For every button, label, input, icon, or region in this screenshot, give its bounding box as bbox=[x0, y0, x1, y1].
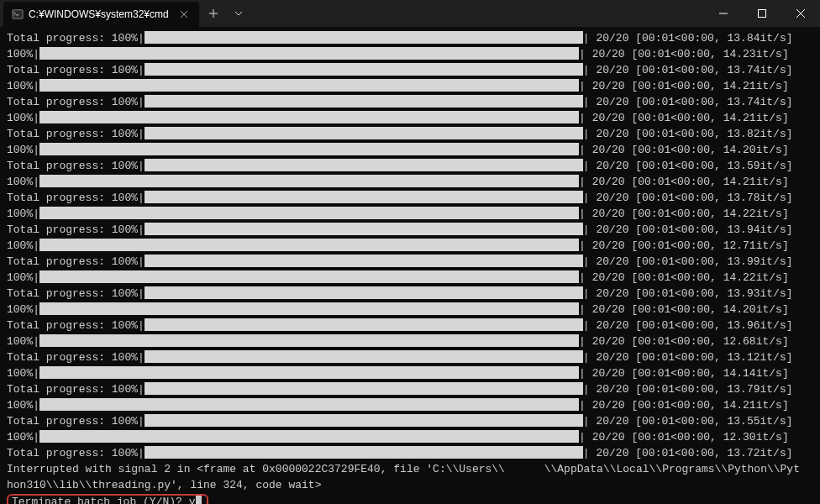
pipe-char: | bbox=[579, 429, 592, 445]
total-progress-label: Total progress: 100% bbox=[7, 190, 138, 206]
progress-row: 100%|| 20/20 [00:01<00:00, 14.21it/s] bbox=[7, 397, 813, 413]
pipe-char: | bbox=[583, 286, 597, 302]
pipe-char: | bbox=[583, 62, 597, 78]
terminate-prompt-answer[interactable]: y bbox=[189, 494, 196, 504]
progress-bar-fill bbox=[145, 31, 583, 44]
pipe-char: | bbox=[583, 349, 597, 365]
sub-progress-label: 100% bbox=[7, 174, 33, 190]
progress-stats: 20/20 [00:01<00:00, 13.55it/s] bbox=[596, 413, 792, 429]
pipe-char: | bbox=[579, 270, 592, 286]
progress-stats: 20/20 [00:01<00:00, 13.94it/s] bbox=[596, 222, 792, 238]
progress-bar-fill bbox=[145, 286, 583, 299]
pipe-char: | bbox=[33, 365, 39, 381]
total-progress-label: Total progress: 100% bbox=[7, 286, 138, 302]
progress-row: 100%|| 20/20 [00:01<00:00, 14.22it/s] bbox=[7, 270, 813, 286]
pipe-char: | bbox=[583, 30, 597, 46]
progress-stats: 20/20 [00:01<00:00, 14.14it/s] bbox=[592, 365, 789, 381]
tab-actions bbox=[201, 0, 251, 27]
progress-stats: 20/20 [00:01<00:00, 13.79it/s] bbox=[596, 381, 792, 397]
progress-stats: 20/20 [00:01<00:00, 14.21it/s] bbox=[592, 174, 789, 190]
pipe-char: | bbox=[33, 46, 39, 62]
sub-progress-label: 100% bbox=[7, 397, 33, 413]
progress-row: 100%|| 20/20 [00:01<00:00, 14.21it/s] bbox=[7, 78, 813, 94]
progress-row: Total progress: 100%|| 20/20 [00:01<00:0… bbox=[7, 286, 813, 302]
progress-row: Total progress: 100%|| 20/20 [00:01<00:0… bbox=[7, 126, 813, 142]
tab-active[interactable]: C:¥WINDOWS¥system32¥cmd bbox=[3, 2, 199, 27]
pipe-char: | bbox=[583, 381, 597, 397]
sub-progress-label: 100% bbox=[7, 302, 33, 318]
total-progress-label: Total progress: 100% bbox=[7, 254, 138, 270]
progress-stats: 20/20 [00:01<00:00, 14.23it/s] bbox=[592, 46, 789, 62]
progress-bar-fill bbox=[145, 95, 583, 108]
progress-bar-fill bbox=[145, 446, 583, 459]
new-tab-button[interactable] bbox=[201, 2, 226, 25]
sub-progress-label: 100% bbox=[7, 365, 33, 381]
title-bar: C:¥WINDOWS¥system32¥cmd bbox=[0, 0, 820, 27]
tab-close-button[interactable] bbox=[177, 8, 191, 21]
progress-bar-fill bbox=[39, 430, 579, 443]
progress-stats: 20/20 [00:01<00:00, 13.84it/s] bbox=[596, 30, 792, 46]
pipe-char: | bbox=[579, 365, 592, 381]
progress-row: Total progress: 100%|| 20/20 [00:01<00:0… bbox=[7, 349, 813, 365]
progress-row: Total progress: 100%|| 20/20 [00:01<00:0… bbox=[7, 445, 813, 461]
progress-stats: 20/20 [00:01<00:00, 13.72it/s] bbox=[596, 445, 792, 461]
titlebar-drag-area[interactable] bbox=[251, 0, 704, 27]
total-progress-label: Total progress: 100% bbox=[7, 222, 138, 238]
progress-bar-fill bbox=[39, 111, 579, 123]
progress-bar-fill bbox=[39, 175, 579, 187]
cmd-icon bbox=[12, 8, 24, 20]
progress-stats: 20/20 [00:01<00:00, 13.93it/s] bbox=[596, 286, 792, 302]
pipe-char: | bbox=[579, 174, 592, 190]
sub-progress-label: 100% bbox=[7, 333, 33, 349]
total-progress-label: Total progress: 100% bbox=[7, 381, 138, 397]
sub-progress-label: 100% bbox=[7, 270, 33, 286]
pipe-char: | bbox=[138, 445, 145, 461]
total-progress-label: Total progress: 100% bbox=[7, 158, 138, 174]
progress-stats: 20/20 [00:01<00:00, 13.78it/s] bbox=[596, 190, 792, 206]
progress-row: Total progress: 100%|| 20/20 [00:01<00:0… bbox=[7, 381, 813, 397]
progress-stats: 20/20 [00:01<00:00, 13.12it/s] bbox=[596, 349, 792, 365]
pipe-char: | bbox=[138, 413, 145, 429]
pipe-char: | bbox=[33, 270, 39, 286]
pipe-char: | bbox=[33, 206, 39, 222]
pipe-char: | bbox=[579, 238, 592, 254]
progress-stats: 20/20 [00:01<00:00, 14.20it/s] bbox=[592, 302, 789, 318]
pipe-char: | bbox=[138, 94, 145, 110]
pipe-char: | bbox=[138, 158, 145, 174]
minimize-button[interactable] bbox=[704, 0, 743, 27]
progress-bar-fill bbox=[145, 191, 583, 203]
progress-bar-fill bbox=[39, 207, 579, 219]
progress-stats: 20/20 [00:01<00:00, 14.20it/s] bbox=[592, 142, 789, 158]
pipe-char: | bbox=[138, 30, 145, 46]
progress-bar-fill bbox=[39, 239, 579, 251]
sub-progress-label: 100% bbox=[7, 46, 33, 62]
terminal-output[interactable]: Total progress: 100%|| 20/20 [00:01<00:0… bbox=[0, 27, 820, 504]
progress-stats: 20/20 [00:01<00:00, 13.99it/s] bbox=[596, 254, 792, 270]
progress-stats: 20/20 [00:01<00:00, 13.82it/s] bbox=[596, 126, 792, 142]
progress-bar-fill bbox=[39, 143, 579, 155]
terminate-prompt-row: Terminate batch job (Y/N)? y bbox=[7, 493, 813, 504]
close-button[interactable] bbox=[781, 0, 820, 27]
terminate-prompt-question: Terminate batch job (Y/N)? bbox=[12, 494, 189, 504]
pipe-char: | bbox=[579, 397, 592, 413]
pipe-char: | bbox=[33, 174, 39, 190]
progress-row: Total progress: 100%|| 20/20 [00:01<00:0… bbox=[7, 254, 813, 270]
sub-progress-label: 100% bbox=[7, 429, 33, 445]
pipe-char: | bbox=[138, 381, 145, 397]
maximize-button[interactable] bbox=[743, 0, 781, 27]
progress-bar-fill bbox=[39, 366, 579, 379]
progress-stats: 20/20 [00:01<00:00, 13.74it/s] bbox=[596, 94, 792, 110]
total-progress-label: Total progress: 100% bbox=[7, 349, 138, 365]
progress-bar-fill bbox=[145, 318, 583, 331]
progress-row: Total progress: 100%|| 20/20 [00:01<00:0… bbox=[7, 190, 813, 206]
progress-bar-fill bbox=[39, 47, 579, 60]
progress-bar-fill bbox=[39, 79, 579, 92]
pipe-char: | bbox=[138, 254, 145, 270]
progress-stats: 20/20 [00:01<00:00, 14.21it/s] bbox=[592, 78, 789, 94]
progress-bar-fill bbox=[145, 63, 583, 76]
total-progress-label: Total progress: 100% bbox=[7, 445, 138, 461]
sub-progress-label: 100% bbox=[7, 206, 33, 222]
tab-dropdown-button[interactable] bbox=[226, 2, 251, 25]
pipe-char: | bbox=[33, 110, 39, 126]
pipe-char: | bbox=[583, 445, 597, 461]
